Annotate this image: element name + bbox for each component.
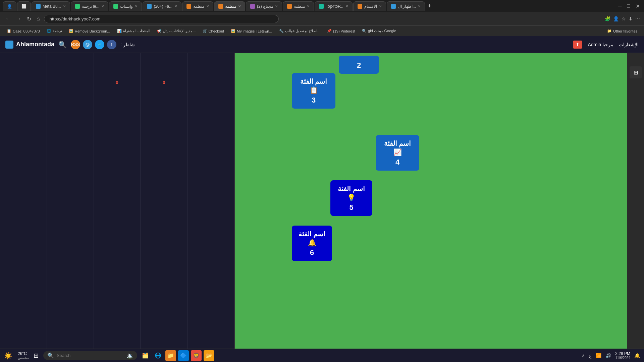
app-social-icons: RSS @ 🐦 f <box>71 40 116 49</box>
profile-button[interactable]: 👤 <box>613 16 619 21</box>
tab-translate-close[interactable]: ✕ <box>101 4 104 8</box>
category-card-2[interactable]: 2 <box>339 56 379 74</box>
tab-translate-favicon <box>75 4 80 9</box>
tab-sections[interactable]: الاقسام ✕ <box>353 1 386 11</box>
taskbar-app-brave[interactable]: 🦁 <box>191 350 202 361</box>
tab-whatsapp[interactable]: واتساب ✕ <box>109 1 142 11</box>
taskbar-search-input[interactable] <box>57 353 124 358</box>
shater-label: شاطر : <box>120 42 135 47</box>
bookmark-ads-icon: 📢 <box>157 29 162 33</box>
bookmark-pinterest[interactable]: 📌 (19) Pinterest <box>324 28 358 34</box>
tab-org3[interactable]: منظمة ✕ <box>283 1 314 11</box>
tab-top4[interactable]: Top4toP... ✕ <box>315 1 353 11</box>
bookmark-removebg-icon: 🖼️ <box>69 29 73 33</box>
tab-show[interactable]: اظهار ال... ✕ <box>387 1 425 11</box>
tab-mojtaj-close[interactable]: ✕ <box>275 4 278 8</box>
taskbar-app-edge[interactable]: 🔷 <box>178 350 189 361</box>
new-tab-button[interactable]: + <box>426 3 433 10</box>
tab-facebook-close[interactable]: ✕ <box>174 4 177 8</box>
tab-org2[interactable]: منظمة ✕ <box>214 1 245 11</box>
chevron-up-icon[interactable]: ∧ <box>582 353 585 358</box>
tab-blank-icon: ⬜ <box>21 4 26 9</box>
taskbar-app-folder[interactable]: 📂 <box>204 350 214 361</box>
app-logo-text[interactable]: Ahlamontada <box>16 41 54 48</box>
taskbar-search-box[interactable]: 🔍 🏔️ <box>43 351 137 360</box>
bookmark-products[interactable]: 📊 المنتجات المشتراة <box>114 28 153 34</box>
tab-sections-close[interactable]: ✕ <box>379 4 382 8</box>
bookmark-ads[interactable]: 📢 مدير الإعلانات - إدل... <box>154 28 199 34</box>
tab-top4-close[interactable]: ✕ <box>345 4 348 8</box>
rss-icon[interactable]: RSS <box>71 40 80 49</box>
bookmark-templates-icon: 🔧 <box>279 29 284 33</box>
bookmark-google[interactable]: 🔍 girl بحث - Google <box>359 28 399 34</box>
bookmark-translate-icon: 🌐 <box>47 29 51 33</box>
email-icon[interactable]: @ <box>83 40 92 49</box>
taskbar-app-browser[interactable]: 🌐 <box>153 350 163 361</box>
network-icon[interactable]: 📶 <box>596 353 601 358</box>
taskbar-app-explorer[interactable]: 📁 <box>165 350 176 361</box>
tab-profile[interactable]: 👤 <box>3 1 16 11</box>
bookmark-removebg-label: Remove Backgroun... <box>75 29 110 33</box>
favorites-button[interactable]: ☆ <box>622 16 626 21</box>
tab-whatsapp-close[interactable]: ✕ <box>135 4 138 8</box>
downloads-button[interactable]: ⬇ <box>629 16 633 21</box>
bookmark-images[interactable]: 🖼️ My images | LetsEn... <box>228 28 275 34</box>
sidebar-num-2: 0 <box>163 80 165 85</box>
bookmark-folder-label: Other favorites <box>613 29 637 33</box>
bookmark-removebg[interactable]: 🖼️ Remove Backgroun... <box>66 28 113 34</box>
minimize-button[interactable]: ─ <box>616 2 623 11</box>
category-card-4[interactable]: اسم الفئة 📈 4 <box>376 135 419 171</box>
refresh-button[interactable]: ↻ <box>25 14 33 23</box>
facebook-icon[interactable]: f <box>107 40 116 49</box>
back-button[interactable]: ← <box>4 14 12 23</box>
twitter-icon[interactable]: 🐦 <box>95 40 104 49</box>
bookmark-other-favorites[interactable]: 📁 Other favorites <box>604 28 640 34</box>
sys-lang-label: ع <box>589 353 592 358</box>
tab-org2-close[interactable]: ✕ <box>238 4 241 8</box>
category-card-3[interactable]: اسم الفئة 📋 3 <box>292 73 335 109</box>
bookmark-checkout[interactable]: 🛒 Checkout <box>200 28 227 34</box>
tab-meta-close[interactable]: ✕ <box>63 4 66 8</box>
bookmark-images-label: My images | LetsEn... <box>237 29 272 33</box>
start-button[interactable]: ⊞ <box>32 351 41 360</box>
more-button[interactable]: ⋯ <box>635 16 640 21</box>
right-content: 2 اسم الفئة 📋 3 اسم الفئة 📈 4 اسم الفئة … <box>235 53 644 349</box>
tab-org2-label: منظمة <box>225 4 236 9</box>
home-button[interactable]: ⌂ <box>35 14 41 23</box>
tab-meta[interactable]: Meta Bu... ✕ <box>32 1 70 11</box>
tab-facebook[interactable]: (20+) Fa... ✕ <box>143 1 181 11</box>
bookmark-case[interactable]: 📋 Case: 03847373 <box>4 28 43 34</box>
app-logo: Ahlamontada <box>5 41 54 49</box>
forward-button[interactable]: → <box>15 14 23 23</box>
notifications-label[interactable]: الإشعارات <box>619 42 639 47</box>
tab-blank[interactable]: ⬜ <box>17 1 31 11</box>
category-card-6[interactable]: اسم الفئة 🔔 6 <box>292 226 332 261</box>
tab-translate[interactable]: ترجمة le... ✕ <box>71 1 109 11</box>
tab-org1-close[interactable]: ✕ <box>206 4 209 8</box>
card-6-icon: 🔔 <box>308 239 316 246</box>
card-5-icon: 💡 <box>347 194 356 201</box>
tab-mojtaj[interactable]: مجتاج (2) ✕ <box>246 1 282 11</box>
restore-button[interactable]: □ <box>626 2 632 11</box>
bookmark-templates[interactable]: 🔧 اصلاح او تعديل قوالب... <box>276 28 323 34</box>
app-search-button[interactable]: 🔍 <box>58 41 67 49</box>
close-button[interactable]: ✕ <box>634 2 641 11</box>
notification-bell-icon[interactable]: 🔔 <box>634 353 640 358</box>
bookmark-translate[interactable]: 🌐 ترجمة <box>44 28 65 34</box>
edge-button[interactable]: ⊞ <box>630 66 642 78</box>
extensions-button[interactable]: 🧩 <box>605 16 610 21</box>
address-bar: ← → ↻ ⌂ https://darkhack.yoo7.com 🧩 👤 ☆ … <box>0 12 644 25</box>
clock-date: 11/6/2024 <box>615 356 630 360</box>
tab-org1[interactable]: منظمة ✕ <box>182 1 213 11</box>
card-6-number: 6 <box>297 248 327 257</box>
card-4-title: اسم الفئة 📈 <box>381 139 414 157</box>
url-input-box[interactable]: https://darkhack.yoo7.com <box>44 15 279 23</box>
tab-org3-close[interactable]: ✕ <box>307 4 310 8</box>
category-card-5[interactable]: اسم الفئة 💡 5 <box>330 180 372 216</box>
upload-button[interactable]: ⬆ <box>573 41 582 49</box>
tab-show-close[interactable]: ✕ <box>418 4 421 8</box>
main-content: 0 0 2 اسم الفئة 📋 3 اسم الفئة 📈 4 اسم ال… <box>0 53 644 349</box>
clock-time: 2:28 PM <box>615 351 630 356</box>
taskbar-app-files[interactable]: 🗂️ <box>140 350 151 361</box>
volume-icon[interactable]: 🔊 <box>605 353 611 358</box>
